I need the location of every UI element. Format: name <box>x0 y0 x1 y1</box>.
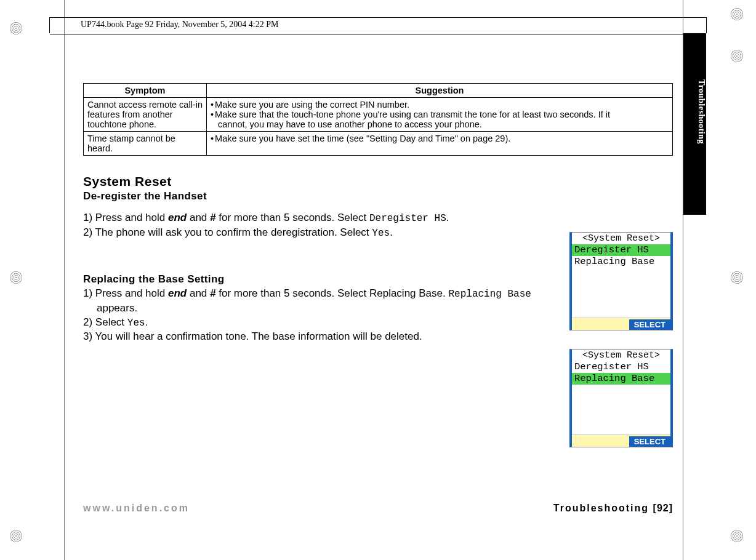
heading-deregister: De-register the Handset <box>83 190 673 202</box>
procedure-deregister: 1) Press and hold end and # for more tha… <box>83 211 569 240</box>
crop-line <box>64 0 65 560</box>
key-end: end <box>168 287 187 299</box>
proc-text: and <box>187 212 210 223</box>
framemaker-header-text: UP744.book Page 92 Friday, November 5, 2… <box>81 20 278 29</box>
lcd-row-selected: Deregister HS <box>572 244 670 256</box>
suggestion-text: cannot, you may have to use another phon… <box>218 119 482 129</box>
crop-ornament <box>730 49 744 63</box>
troubleshooting-table: Symptom Suggestion Cannot access remote … <box>83 83 673 156</box>
lcd-title: <System Reset> <box>572 233 670 244</box>
lcd-softkey-bar: SELECT <box>572 318 670 330</box>
suggestion-text: Make sure you have set the time (see "Se… <box>215 134 510 143</box>
menu-replacing-base: Replacing Base <box>448 289 531 300</box>
proc-text: . <box>390 226 393 238</box>
page-content: Symptom Suggestion Cannot access remote … <box>83 83 673 505</box>
table-row: Time stamp cannot be heard. Make sure yo… <box>84 132 673 156</box>
framemaker-header: UP744.book Page 92 Friday, November 5, 2… <box>49 17 707 33</box>
page-footer: www.uniden.com Troubleshooting [92] <box>83 503 673 514</box>
footer-section-name: Troubleshooting <box>553 503 649 513</box>
lcd-row-selected: Replacing Base <box>572 373 670 385</box>
cell-symptom: Cannot access remote call-in features fr… <box>84 98 207 132</box>
cell-symptom: Time stamp cannot be heard. <box>84 132 207 156</box>
proc-text: for more than 5 seconds. Select <box>215 212 369 223</box>
lcd-screenshot-deregister: <System Reset> Deregister HS Replacing B… <box>569 232 673 330</box>
menu-yes: Yes <box>372 228 390 239</box>
footer-section: Troubleshooting [92] <box>553 503 673 514</box>
crop-ornament <box>9 271 23 284</box>
lcd-row: Deregister HS <box>572 361 670 373</box>
proc-text: 3) You will hear a confirmation tone. Th… <box>83 330 569 344</box>
footer-url: www.uniden.com <box>83 503 190 514</box>
table-row: Cannot access remote call-in features fr… <box>84 98 673 132</box>
th-suggestion: Suggestion <box>207 84 673 98</box>
proc-text: 2) Select <box>83 316 127 328</box>
proc-text: 2) The phone will ask you to confirm the… <box>83 226 372 238</box>
proc-text: appears. <box>97 302 137 314</box>
proc-text: 1) Press and hold <box>83 287 168 299</box>
proc-text: 1) Press and hold <box>83 212 168 223</box>
lcd-screenshot-replacing: <System Reset> Deregister HS Replacing B… <box>569 349 673 447</box>
section-tab-label: Troubleshooting <box>697 79 706 144</box>
lcd-softkey-select: SELECT <box>629 319 670 330</box>
crop-ornament <box>9 529 23 543</box>
cell-suggestion: Make sure you have set the time (see "Se… <box>207 132 673 156</box>
crop-ornament <box>9 22 23 35</box>
suggestion-text: Make sure you are using the correct PIN … <box>215 100 409 110</box>
cell-suggestion: Make sure you are using the correct PIN … <box>207 98 673 132</box>
proc-text: . <box>446 212 449 223</box>
heading-system-reset: System Reset <box>83 174 673 189</box>
proc-text: for more than 5 seconds. Select Replacin… <box>215 287 448 299</box>
key-end: end <box>168 212 187 223</box>
lcd-softkey-select: SELECT <box>629 436 670 447</box>
procedure-replacing-base: 1) Press and hold end and # for more tha… <box>83 287 569 344</box>
section-tab: Troubleshooting <box>683 33 706 215</box>
lcd-softkey-bar: SELECT <box>572 434 670 447</box>
lcd-row: Replacing Base <box>572 256 670 268</box>
crop-ornament <box>730 529 744 543</box>
crop-ornament <box>730 271 744 284</box>
menu-deregister-hs: Deregister HS <box>369 213 446 224</box>
th-symptom: Symptom <box>84 84 207 98</box>
footer-page-number: [92] <box>653 503 673 513</box>
suggestion-text: Make sure that the touch-tone phone you'… <box>215 110 610 119</box>
crop-ornament <box>730 7 744 21</box>
proc-text: . <box>145 316 148 328</box>
proc-text: and <box>187 287 210 299</box>
lcd-title: <System Reset> <box>572 350 670 361</box>
menu-yes: Yes <box>127 318 145 329</box>
